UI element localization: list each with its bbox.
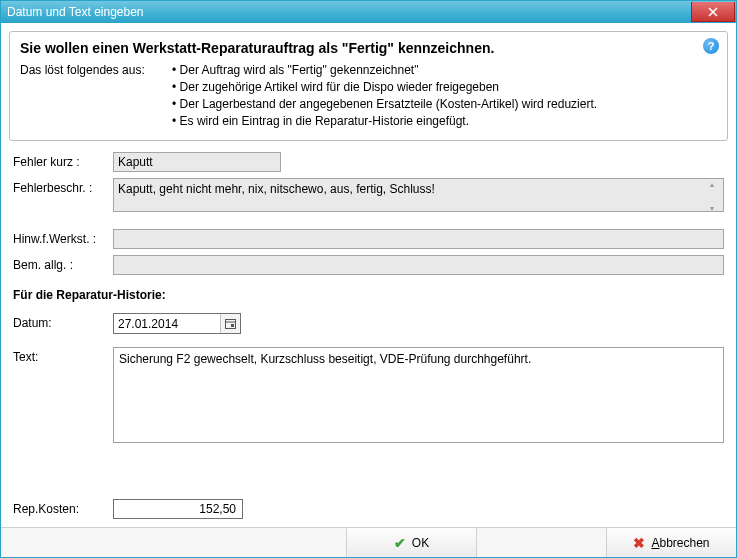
window-title: Datum und Text eingeben bbox=[7, 5, 691, 19]
label-fehlerbeschr: Fehlerbeschr. : bbox=[13, 178, 113, 195]
info-heading: Sie wollen einen Werkstatt-Reparaturauft… bbox=[20, 40, 717, 56]
calendar-icon bbox=[225, 318, 236, 329]
fehler-kurz-field bbox=[113, 152, 281, 172]
label-text: Text: bbox=[13, 347, 113, 364]
close-button[interactable] bbox=[691, 2, 735, 22]
info-bullet: Der Lagerbestand der angegebenen Ersatzt… bbox=[172, 96, 597, 113]
content-area: ? Sie wollen einen Werkstatt-Reparaturau… bbox=[1, 23, 736, 557]
info-bullet: Der Auftrag wird als "Fertig" gekennzeic… bbox=[172, 62, 597, 79]
cancel-icon: ✖ bbox=[633, 535, 645, 551]
dialog-window: Datum und Text eingeben ? Sie wollen ein… bbox=[0, 0, 737, 558]
label-fehler-kurz: Fehler kurz : bbox=[13, 152, 113, 169]
info-lead: Das löst folgendes aus: bbox=[20, 62, 148, 130]
info-bullet: Der zugehörige Artikel wird für die Disp… bbox=[172, 79, 597, 96]
label-bem-allg: Bem. allg. : bbox=[13, 255, 113, 272]
title-bar: Datum und Text eingeben bbox=[1, 1, 736, 23]
rep-kosten-input[interactable] bbox=[113, 499, 243, 519]
text-input[interactable]: Sicherung F2 gewechselt, Kurzschluss bes… bbox=[113, 347, 724, 443]
date-field-wrap bbox=[113, 313, 241, 334]
info-panel: ? Sie wollen einen Werkstatt-Reparaturau… bbox=[9, 31, 728, 141]
svg-rect-2 bbox=[231, 324, 234, 327]
ok-button[interactable]: ✔ OK bbox=[346, 528, 476, 557]
cancel-button-label: Abbrechen bbox=[651, 536, 709, 550]
info-bullets: Der Auftrag wird als "Fertig" gekennzeic… bbox=[172, 62, 597, 130]
history-section-head: Für die Reparatur-Historie: bbox=[13, 288, 724, 302]
close-icon bbox=[708, 7, 718, 17]
help-icon[interactable]: ? bbox=[703, 38, 719, 54]
info-bullet: Es wird ein Eintrag in die Reparatur-His… bbox=[172, 113, 597, 130]
button-separator bbox=[476, 528, 606, 557]
date-picker-button[interactable] bbox=[220, 314, 240, 333]
datum-input[interactable] bbox=[114, 314, 220, 333]
label-datum: Datum: bbox=[13, 313, 113, 330]
button-bar: ✔ OK ✖ Abbrechen bbox=[1, 527, 736, 557]
fehlerbeschr-field: Kaputt, geht nicht mehr, nix, nitschewo,… bbox=[113, 178, 724, 212]
cancel-button[interactable]: ✖ Abbrechen bbox=[606, 528, 736, 557]
ok-button-label: OK bbox=[412, 536, 429, 550]
label-hinw-werkst: Hinw.f.Werkst. : bbox=[13, 229, 113, 246]
bem-allg-field bbox=[113, 255, 724, 275]
check-icon: ✔ bbox=[394, 535, 406, 551]
label-rep-kosten: Rep.Kosten: bbox=[13, 499, 113, 516]
form-area: Fehler kurz : Fehlerbeschr. : Kaputt, ge… bbox=[1, 145, 736, 527]
hinw-werkst-field bbox=[113, 229, 724, 249]
